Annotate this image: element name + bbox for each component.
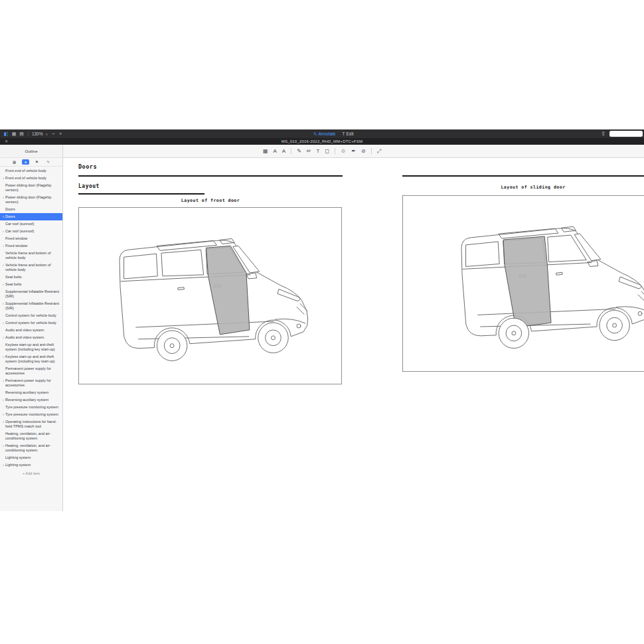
figure-front-door xyxy=(78,207,342,384)
outline-item[interactable]: › Control system for vehicle body xyxy=(0,312,62,319)
outline-item[interactable]: › Audio and video system xyxy=(0,334,62,341)
thumbnails-tab[interactable]: ▦ xyxy=(11,159,18,165)
heading-rule xyxy=(78,175,343,177)
signature-icon[interactable]: ✒ xyxy=(351,149,356,154)
outline-item-label: Permanent power supply for accessories xyxy=(5,378,61,388)
toolbar-divider xyxy=(28,131,29,136)
outline-item[interactable]: › Seat belts xyxy=(0,274,62,281)
outline-item-label: Doors xyxy=(5,214,15,219)
document-title[interactable]: MS_010_2016-2022_RHD_MM+DTC+FSM xyxy=(282,139,362,143)
zoom-level[interactable]: 130% xyxy=(32,131,43,136)
outline-item-label: Lighting system xyxy=(5,455,31,460)
outline-item-label: Audio and video system xyxy=(5,335,44,340)
outline-item-label: Doors xyxy=(5,207,15,212)
van-sliding-door-drawing xyxy=(420,196,644,372)
outline-item-label: Front end of vehicle body xyxy=(5,169,46,173)
outline-item[interactable]: › Supplemental Inflatable Restraint (SIR… xyxy=(0,288,62,300)
subheading-rule xyxy=(78,193,204,195)
edit-mode-button[interactable]: T Edit xyxy=(342,131,353,136)
outline-item[interactable]: › Doors xyxy=(0,213,62,220)
van-front-door-drawing xyxy=(79,208,343,385)
outline-item-label: Car roof (sunroof) xyxy=(5,222,34,226)
chevron-down-icon: ∨ xyxy=(46,132,48,136)
text-icon[interactable]: T xyxy=(317,149,320,154)
outline-item[interactable]: › Vehicle frame and bottom of vehicle bo… xyxy=(0,262,62,274)
outline-item[interactable]: › Front end of vehicle body xyxy=(0,175,62,182)
outline-item[interactable]: › Tyre pressure monitoring system xyxy=(0,411,62,418)
outline-item[interactable]: › Car roof (sunroof) xyxy=(0,228,62,235)
outline-item[interactable]: › Lighting system xyxy=(0,461,62,469)
outline-item[interactable]: › Heating, ventilation, and air-conditio… xyxy=(0,442,62,454)
outline-item[interactable]: › Reversing auxiliary system xyxy=(0,389,62,396)
outline-item-label: Heating, ventilation, and air-conditioni… xyxy=(5,443,61,453)
outline-item-label: Tyre pressure monitoring system xyxy=(5,412,58,417)
annotate-mode-button[interactable]: ✎ Annotate xyxy=(313,131,335,137)
close-icon[interactable]: ✕ xyxy=(5,139,8,143)
figure-caption-front-door: Layout of front door xyxy=(78,198,343,203)
outline-item[interactable]: › Reversing auxiliary system xyxy=(0,396,62,404)
shapes-icon[interactable]: ◻ xyxy=(325,149,329,154)
text-style-icon[interactable]: A xyxy=(273,149,276,154)
outline-sidebar: ▦ ≡ ⚑ ✎ › Front end of vehicle body xyxy=(0,158,63,511)
share-icon[interactable]: ⇧ xyxy=(601,131,605,137)
add-item-button[interactable]: + Add item xyxy=(0,469,62,477)
separator xyxy=(291,148,291,154)
annotation-toolbar: ▦ A A ✎ ✏ T ◻ ☺ ✒ ⊘ xyxy=(0,145,644,158)
pen-icon[interactable]: ✎ xyxy=(297,149,301,154)
top-toolbar: ◧ ▦ ▤ 130% ∨ − + ✎ Annotate T Edit ⇧ xyxy=(0,129,644,138)
highlighter-icon[interactable]: ✏ xyxy=(307,149,311,154)
outline-item[interactable]: › Audio and video system xyxy=(0,327,62,334)
document-canvas[interactable]: Doors Layout Layout of front door xyxy=(64,159,644,511)
zoom-in-button[interactable]: + xyxy=(59,131,62,137)
outline-item[interactable]: › Supplemental Inflatable Restraint (SIR… xyxy=(0,300,62,312)
stamp-icon[interactable]: ☺ xyxy=(341,149,346,154)
outline-item[interactable]: › Tyre pressure monitoring system xyxy=(0,404,62,411)
outline-item[interactable]: › Front end of vehicle body xyxy=(0,167,62,175)
outline-item-label: Audio and video system xyxy=(5,328,44,333)
outline-item[interactable]: › Heating, ventilation, and air-conditio… xyxy=(0,430,62,442)
page-view-icon[interactable]: ▤ xyxy=(19,131,24,137)
outline-item[interactable]: › Power sliding door (Flagship version) xyxy=(0,194,62,206)
toolbar-right-group: ⇧ xyxy=(601,129,644,138)
outline-item-label: Vehicle frame and bottom of vehicle body xyxy=(5,263,61,272)
outline-item[interactable]: › Permanent power supply for accessories xyxy=(0,377,62,389)
search-input[interactable] xyxy=(609,131,643,137)
mode-switcher: ✎ Annotate T Edit xyxy=(313,129,354,138)
outline-item[interactable]: › Keyless start-up and anti-theft system… xyxy=(0,353,62,365)
fullscreen-icon[interactable]: ⤢ xyxy=(377,149,381,154)
outline-item[interactable]: › Fixed window xyxy=(0,242,62,250)
insert-image-icon[interactable]: ▦ xyxy=(263,149,268,154)
zoom-out-button[interactable]: − xyxy=(52,131,55,137)
outline-tab[interactable]: ≡ xyxy=(22,159,29,165)
thumbnails-view-icon[interactable]: ▦ xyxy=(12,131,17,137)
outline-item-label: Keyless start-up and anti-theft system (… xyxy=(5,343,61,352)
outline-item[interactable]: › Power sliding door (Flagship version) xyxy=(0,182,62,194)
bookmarks-tab[interactable]: ⚑ xyxy=(33,159,40,165)
outline-item[interactable]: › Keyless start-up and anti-theft system… xyxy=(0,341,62,353)
outline-item[interactable]: › Operating instructions for hand-held T… xyxy=(0,418,62,430)
outline-item[interactable]: › Fixed window xyxy=(0,235,62,242)
outline-item-label: Control system for vehicle body xyxy=(5,321,56,325)
outline-item[interactable]: › Permanent power supply for accessories xyxy=(0,365,62,377)
annotations-tab[interactable]: ✎ xyxy=(44,159,52,165)
outline-item[interactable]: › Doors xyxy=(0,206,62,213)
font-icon[interactable]: A xyxy=(282,149,285,154)
separator xyxy=(335,148,335,154)
app-window: ◧ ▦ ▤ 130% ∨ − + ✎ Annotate T Edit ⇧ ✕ M… xyxy=(0,129,644,511)
eraser-icon[interactable]: ⊘ xyxy=(361,149,366,154)
outline-item-label: Power sliding door (Flagship version) xyxy=(5,195,61,204)
outline-item[interactable]: › Control system for vehicle body xyxy=(0,319,62,327)
outline-item-label: Fixed window xyxy=(5,236,27,241)
sidebar-toggle-icon[interactable]: ◧ xyxy=(4,131,9,137)
outline-item-label: Seat belts xyxy=(5,282,21,287)
document-tab-bar: ✕ MS_010_2016-2022_RHD_MM+DTC+FSM xyxy=(0,138,644,145)
outline-item-label: Supplemental Inflatable Restraint (SIR) xyxy=(5,301,61,311)
zoom-control[interactable]: 130% ∨ xyxy=(32,131,48,136)
subsection-heading: Layout xyxy=(78,183,100,189)
pen-icon: ✎ xyxy=(313,131,317,137)
outline-item[interactable]: › Lighting system xyxy=(0,454,62,461)
outline-item[interactable]: › Seat belts xyxy=(0,281,62,288)
outline-item[interactable]: › Car roof (sunroof) xyxy=(0,220,62,228)
outline-item[interactable]: › Vehicle frame and bottom of vehicle bo… xyxy=(0,250,62,262)
figure-caption-sliding-door: Layout of sliding door xyxy=(402,185,644,190)
